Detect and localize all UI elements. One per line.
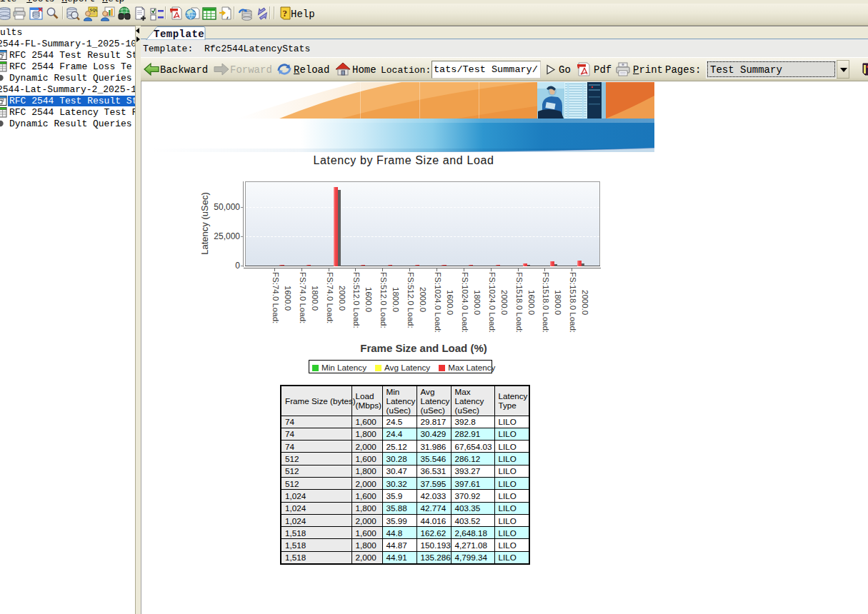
svg-text:?: ?: [283, 8, 288, 19]
svg-text:,: ,: [226, 12, 230, 20]
